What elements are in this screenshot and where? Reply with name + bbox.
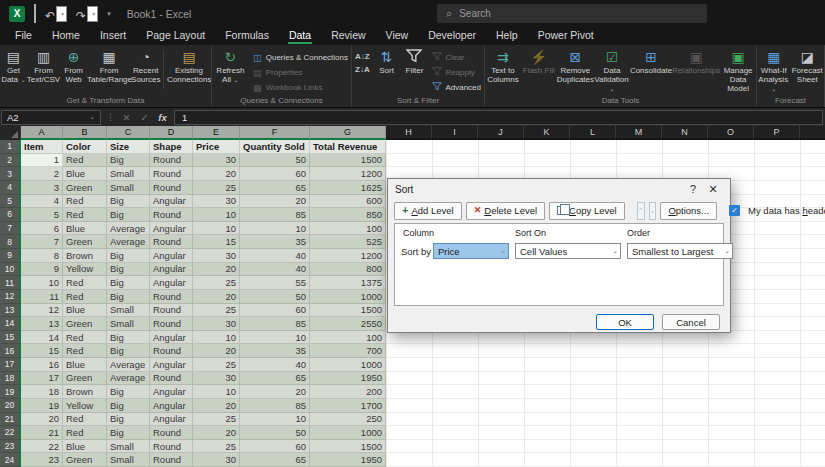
- cell-A10[interactable]: 9: [21, 263, 63, 277]
- my-data-has-headers-label[interactable]: My data has headers: [748, 205, 825, 216]
- name-box[interactable]: A2 ⌄: [1, 110, 101, 125]
- tab-developer[interactable]: Developer: [418, 27, 486, 45]
- cell-B1[interactable]: Color: [63, 140, 107, 154]
- cell-C4[interactable]: Small: [107, 181, 150, 195]
- cell-B24[interactable]: Green: [63, 453, 107, 467]
- cell-E11[interactable]: 25: [193, 276, 240, 290]
- cell-B21[interactable]: Red: [63, 413, 107, 427]
- forecast-sheet-button[interactable]: ◪Forecast Sheet: [791, 47, 825, 95]
- search-input[interactable]: ⌕ Search: [437, 4, 707, 23]
- empty-cells-area[interactable]: [386, 154, 825, 168]
- row-header-23[interactable]: 23: [0, 440, 21, 454]
- cell-F11[interactable]: 55: [240, 276, 310, 290]
- cell-C9[interactable]: Big: [107, 249, 150, 263]
- cell-E14[interactable]: 30: [193, 317, 240, 331]
- save-button[interactable]: [34, 5, 36, 23]
- cell-G1[interactable]: Total Revenue: [310, 140, 386, 154]
- cell-C21[interactable]: Big: [107, 413, 150, 427]
- empty-cells-area[interactable]: [386, 413, 825, 427]
- cell-F18[interactable]: 65: [240, 372, 310, 386]
- cell-A13[interactable]: 12: [21, 304, 63, 318]
- column-header-n[interactable]: N: [662, 126, 708, 140]
- cell-B10[interactable]: Yellow: [63, 263, 107, 277]
- tab-formulas[interactable]: Formulas: [215, 27, 279, 45]
- cell-G6[interactable]: 850: [310, 208, 386, 222]
- column-header-h[interactable]: H: [386, 126, 432, 140]
- cancel-icon[interactable]: ✕: [120, 112, 133, 123]
- cell-F8[interactable]: 35: [240, 235, 310, 249]
- tab-help[interactable]: Help: [486, 27, 528, 45]
- relationships-button[interactable]: ▣Relationships: [672, 47, 720, 95]
- cell-A24[interactable]: 23: [21, 453, 63, 467]
- column-header-m[interactable]: M: [616, 126, 662, 140]
- cell-D22[interactable]: Round: [150, 426, 193, 440]
- close-icon[interactable]: ✕: [703, 183, 723, 196]
- cell-D13[interactable]: Round: [150, 304, 193, 318]
- cell-A4[interactable]: 3: [21, 181, 63, 195]
- queries-connections-button[interactable]: ◫Queries & Connections: [249, 50, 351, 65]
- cell-D20[interactable]: Angular: [150, 399, 193, 413]
- cell-C22[interactable]: Big: [107, 426, 150, 440]
- undo-dropdown-icon[interactable]: ▾: [56, 6, 67, 22]
- cell-F9[interactable]: 40: [240, 249, 310, 263]
- cell-F20[interactable]: 85: [240, 399, 310, 413]
- sort-descending-button[interactable]: Z↓A: [352, 63, 373, 76]
- cell-B12[interactable]: Red: [63, 290, 107, 304]
- customize-qat-icon[interactable]: ▾: [107, 10, 111, 18]
- insert-function-icon[interactable]: fx: [156, 112, 169, 123]
- sort-column-dropdown[interactable]: Price ⌄: [433, 243, 509, 259]
- cell-D19[interactable]: Angular: [150, 385, 193, 399]
- cell-C3[interactable]: Small: [107, 167, 150, 181]
- column-header-c[interactable]: C: [107, 126, 150, 140]
- cell-B19[interactable]: Brown: [63, 385, 107, 399]
- cell-C16[interactable]: Big: [107, 344, 150, 358]
- cell-B18[interactable]: Green: [63, 372, 107, 386]
- row-header-6[interactable]: 6: [0, 208, 21, 222]
- cell-G2[interactable]: 1500: [310, 154, 386, 168]
- ok-button[interactable]: OK: [596, 314, 654, 330]
- cell-D3[interactable]: Round: [150, 167, 193, 181]
- empty-cells-area[interactable]: [386, 426, 825, 440]
- cell-B9[interactable]: Brown: [63, 249, 107, 263]
- from-text-csv-button[interactable]: ▥From Text/CSV: [27, 47, 60, 95]
- row-header-14[interactable]: 14: [0, 317, 21, 331]
- cell-A14[interactable]: 13: [21, 317, 63, 331]
- row-header-20[interactable]: 20: [0, 399, 21, 413]
- help-icon[interactable]: ?: [683, 183, 703, 195]
- select-all-corner[interactable]: [0, 126, 21, 140]
- row-header-3[interactable]: 3: [0, 167, 21, 181]
- column-header-o[interactable]: O: [708, 126, 754, 140]
- cell-D8[interactable]: Round: [150, 235, 193, 249]
- cell-A7[interactable]: 6: [21, 222, 63, 236]
- name-box-chevron-icon[interactable]: ⌄: [89, 113, 95, 121]
- cell-F7[interactable]: 10: [240, 222, 310, 236]
- cell-G23[interactable]: 1500: [310, 440, 386, 454]
- cell-G13[interactable]: 1500: [310, 304, 386, 318]
- cell-A21[interactable]: 20: [21, 413, 63, 427]
- cell-G19[interactable]: 200: [310, 385, 386, 399]
- tab-page-layout[interactable]: Page Layout: [136, 27, 215, 45]
- reapply-filter-button[interactable]: Reapply: [428, 65, 484, 80]
- tab-data[interactable]: Data: [279, 27, 321, 45]
- tab-review[interactable]: Review: [321, 27, 375, 45]
- consolidate-button[interactable]: ⊞Consolidate: [630, 47, 672, 95]
- cell-A19[interactable]: 18: [21, 385, 63, 399]
- cell-C8[interactable]: Average: [107, 235, 150, 249]
- column-header-d[interactable]: D: [150, 126, 193, 140]
- cell-B14[interactable]: Green: [63, 317, 107, 331]
- formula-input[interactable]: 1: [174, 110, 823, 125]
- row-header-1[interactable]: 1: [0, 140, 21, 154]
- cell-E20[interactable]: 20: [193, 399, 240, 413]
- row-header-5[interactable]: 5: [0, 195, 21, 209]
- cell-D10[interactable]: Angular: [150, 263, 193, 277]
- tab-power-pivot[interactable]: Power Pivot: [528, 27, 604, 45]
- cell-G4[interactable]: 1625: [310, 181, 386, 195]
- cell-E21[interactable]: 25: [193, 413, 240, 427]
- cell-F17[interactable]: 40: [240, 358, 310, 372]
- cell-B22[interactable]: Red: [63, 426, 107, 440]
- cell-D6[interactable]: Round: [150, 208, 193, 222]
- cell-C7[interactable]: Average: [107, 222, 150, 236]
- cell-F13[interactable]: 60: [240, 304, 310, 318]
- cell-A11[interactable]: 10: [21, 276, 63, 290]
- move-up-button[interactable]: ⌃: [637, 202, 645, 220]
